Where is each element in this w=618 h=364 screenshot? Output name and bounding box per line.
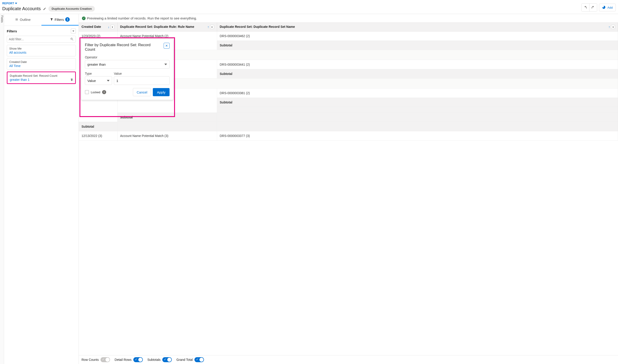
- column-header-created-date[interactable]: Created Date ↓ ▾: [79, 23, 117, 31]
- locked-label: Locked: [91, 91, 100, 94]
- column-label: Duplicate Record Set: Duplicate Rule: Ru…: [120, 25, 194, 28]
- funnel-icon: [50, 18, 53, 21]
- sidebar: Outline Filters 1 Filters: [4, 14, 79, 364]
- column-menu-button[interactable]: ▾: [210, 25, 214, 29]
- redo-button[interactable]: [589, 4, 597, 11]
- cell: DRS-0000003462 (2): [217, 31, 618, 41]
- column-label: Created Date: [81, 25, 101, 28]
- trash-icon[interactable]: [70, 78, 73, 81]
- filters-menu-button[interactable]: [71, 28, 76, 34]
- cell: DRS-0000003381 (2): [217, 89, 618, 98]
- cancel-button[interactable]: Cancel: [133, 88, 151, 96]
- column-header-rule-name[interactable]: Duplicate Record Set: Duplicate Rule: Ru…: [117, 23, 217, 31]
- filters-title: Filters: [7, 29, 17, 33]
- subtotal-row: Subtotal: [79, 122, 618, 131]
- check-icon: ✓: [82, 16, 86, 20]
- toggle-subtotals: Subtotals: [147, 357, 172, 362]
- table-row: 12/13/2022 (3) Account Name Potential Ma…: [79, 131, 618, 141]
- operator-select[interactable]: greater than: [85, 60, 169, 69]
- type-select[interactable]: Value: [85, 76, 112, 85]
- operator-value: greater than: [87, 63, 106, 66]
- chevron-down-icon: [15, 3, 17, 4]
- filter-value: greater than 1: [10, 78, 73, 81]
- undo-icon: [583, 5, 587, 10]
- add-chart-button[interactable]: Add: [599, 4, 616, 11]
- undo-button[interactable]: [581, 4, 589, 11]
- detail-rows-toggle[interactable]: [133, 357, 143, 362]
- column-label: Duplicate Record Set: Duplicate Record S…: [220, 25, 295, 28]
- column-menu-button[interactable]: ▾: [110, 25, 115, 29]
- close-icon: ✕: [165, 44, 168, 48]
- row-counts-toggle[interactable]: [101, 357, 110, 362]
- close-button[interactable]: ✕: [164, 43, 169, 49]
- toggle-label: Row Counts: [81, 358, 99, 362]
- cell: Subtotal: [79, 122, 117, 131]
- grand-total-toggle[interactable]: [194, 357, 204, 362]
- cell: Subtotal: [217, 69, 618, 78]
- toggle-label: Subtotals: [147, 358, 160, 362]
- value-input[interactable]: [116, 79, 167, 83]
- cell: [217, 113, 618, 122]
- report-type-pill[interactable]: Duplicate Accounts Creation: [49, 6, 95, 12]
- filter-label: Created Date: [9, 60, 73, 64]
- add-button-label: Add: [607, 6, 613, 9]
- page-title: Duplicate Accounts: [2, 6, 41, 11]
- subtotals-toggle[interactable]: [162, 357, 172, 362]
- chevron-down-icon: [164, 64, 167, 65]
- filter-value: All Time: [9, 64, 73, 68]
- cell: 12/13/2022 (3): [79, 131, 117, 141]
- tab-outline[interactable]: Outline: [4, 14, 41, 26]
- sort-down-icon: ↓: [108, 25, 110, 29]
- chevron-down-icon: [72, 31, 74, 32]
- report-area: ✓ Previewing a limited number of records…: [79, 14, 618, 364]
- footer: Row Counts Detail Rows Subtotals Grand T…: [79, 355, 618, 364]
- operator-label: Operator: [85, 55, 169, 59]
- tab-outline-label: Outline: [20, 18, 31, 22]
- info-icon[interactable]: i: [102, 90, 106, 94]
- undo-redo-group: [581, 3, 597, 12]
- add-filter-search[interactable]: [7, 36, 76, 43]
- tab-filters[interactable]: Filters 1: [41, 14, 79, 26]
- filters-count-badge: 1: [65, 17, 70, 22]
- sort-up-icon: ↑: [207, 25, 209, 29]
- chart-icon: [602, 5, 606, 10]
- toggle-detail-rows: Detail Rows: [115, 357, 143, 362]
- filter-card-record-count[interactable]: Duplicate Record Set: Record Count great…: [7, 72, 76, 84]
- fields-rail-label: Fields: [0, 15, 4, 23]
- cell: Subtotal: [217, 41, 618, 50]
- cell: DRS-0000003377 (3): [217, 131, 618, 141]
- popover-title: Filter by Duplicate Record Set: Record C…: [85, 43, 155, 52]
- chevron-down-icon: [107, 80, 110, 81]
- sort-up-icon: ↑: [608, 25, 610, 29]
- search-icon: [70, 37, 74, 41]
- filter-card-created-date[interactable]: Created Date All Time: [7, 58, 76, 70]
- filter-label: Show Me: [9, 47, 73, 50]
- column-menu-button[interactable]: ▾: [611, 25, 615, 29]
- toggle-label: Detail Rows: [115, 358, 131, 362]
- preview-text: Previewing a limited number of records. …: [87, 16, 197, 20]
- cell: [217, 107, 618, 113]
- pencil-icon[interactable]: [43, 7, 46, 10]
- filter-label: Duplicate Record Set: Record Count: [10, 74, 73, 78]
- column-header-set-name[interactable]: Duplicate Record Set: Duplicate Record S…: [217, 23, 618, 31]
- cell: [217, 122, 618, 131]
- toggle-label: Grand Total: [176, 358, 193, 362]
- locked-checkbox[interactable]: [85, 90, 89, 94]
- fields-rail[interactable]: Fields: [0, 14, 4, 364]
- header: REPORT Duplicate Accounts Duplicate Acco…: [0, 0, 618, 14]
- list-icon: [15, 18, 18, 21]
- value-label: Value: [114, 72, 169, 75]
- preview-bar: ✓ Previewing a limited number of records…: [79, 14, 618, 23]
- breadcrumb-label: REPORT: [2, 2, 14, 5]
- filter-card-show-me[interactable]: Show Me All accounts: [7, 45, 76, 56]
- cell: [117, 122, 217, 131]
- redo-icon: [591, 5, 595, 10]
- search-input[interactable]: [9, 37, 70, 41]
- type-value: Value: [87, 79, 96, 83]
- value-input-wrap[interactable]: [114, 76, 169, 85]
- apply-button[interactable]: Apply: [153, 88, 169, 96]
- filter-value: All accounts: [9, 51, 73, 54]
- toggle-row-counts: Row Counts: [81, 357, 110, 362]
- breadcrumb[interactable]: REPORT: [2, 2, 95, 5]
- cell: Account Name Potential Match (3): [117, 131, 217, 141]
